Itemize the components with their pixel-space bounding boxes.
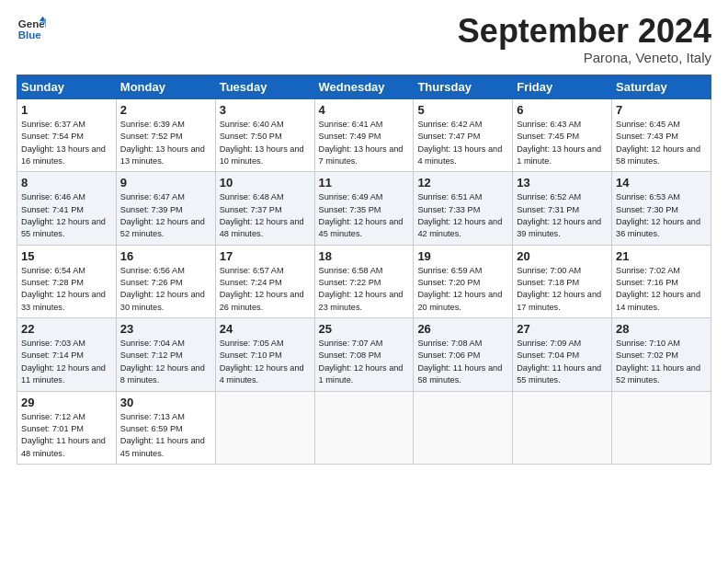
calendar-table: SundayMondayTuesdayWednesdayThursdayFrid…	[17, 75, 711, 465]
calendar-cell: 3Sunrise: 6:40 AM Sunset: 7:50 PM Daylig…	[215, 99, 314, 172]
calendar-cell: 13Sunrise: 6:52 AM Sunset: 7:31 PM Dayli…	[513, 172, 612, 245]
calendar-cell: 30Sunrise: 7:13 AM Sunset: 6:59 PM Dayli…	[116, 391, 215, 464]
day-number: 8	[21, 176, 112, 190]
weekday-header-friday: Friday	[513, 75, 612, 99]
day-number: 19	[417, 249, 508, 263]
day-number: 11	[319, 176, 410, 190]
calendar-cell: 20Sunrise: 7:00 AM Sunset: 7:18 PM Dayli…	[513, 245, 612, 317]
day-info: Sunrise: 6:41 AM Sunset: 7:49 PM Dayligh…	[319, 119, 410, 167]
day-number: 20	[517, 249, 608, 263]
calendar-cell: 28Sunrise: 7:10 AM Sunset: 7:02 PM Dayli…	[612, 318, 711, 391]
calendar-cell: 27Sunrise: 7:09 AM Sunset: 7:04 PM Dayli…	[513, 318, 612, 391]
day-info: Sunrise: 7:07 AM Sunset: 7:08 PM Dayligh…	[319, 338, 410, 386]
weekday-header-saturday: Saturday	[612, 75, 711, 99]
day-number: 16	[120, 249, 211, 263]
day-number: 13	[517, 176, 608, 190]
calendar-cell: 19Sunrise: 6:59 AM Sunset: 7:20 PM Dayli…	[414, 245, 513, 317]
day-info: Sunrise: 7:00 AM Sunset: 7:18 PM Dayligh…	[517, 265, 608, 314]
calendar-cell: 9Sunrise: 6:47 AM Sunset: 7:39 PM Daylig…	[116, 172, 215, 245]
month-title: September 2024	[458, 15, 711, 48]
calendar-cell: 23Sunrise: 7:04 AM Sunset: 7:12 PM Dayli…	[116, 318, 215, 391]
calendar-cell	[414, 391, 513, 464]
logo: General Blue	[17, 15, 46, 44]
calendar-cell: 29Sunrise: 7:12 AM Sunset: 7:01 PM Dayli…	[17, 391, 117, 464]
day-number: 4	[319, 103, 410, 117]
calendar-week-4: 22Sunrise: 7:03 AM Sunset: 7:14 PM Dayli…	[17, 318, 711, 391]
calendar-cell: 2Sunrise: 6:39 AM Sunset: 7:52 PM Daylig…	[116, 99, 215, 172]
calendar-week-2: 8Sunrise: 6:46 AM Sunset: 7:41 PM Daylig…	[17, 172, 711, 245]
calendar-cell	[513, 391, 612, 464]
day-number: 22	[21, 322, 112, 336]
day-info: Sunrise: 6:52 AM Sunset: 7:31 PM Dayligh…	[517, 191, 608, 240]
calendar-week-3: 15Sunrise: 6:54 AM Sunset: 7:28 PM Dayli…	[17, 245, 711, 317]
day-number: 28	[616, 322, 707, 336]
calendar-cell: 1Sunrise: 6:37 AM Sunset: 7:54 PM Daylig…	[17, 99, 117, 172]
calendar-cell: 8Sunrise: 6:46 AM Sunset: 7:41 PM Daylig…	[17, 172, 117, 245]
calendar-cell: 17Sunrise: 6:57 AM Sunset: 7:24 PM Dayli…	[215, 245, 314, 317]
logo-icon: General Blue	[17, 15, 46, 44]
svg-text:Blue: Blue	[18, 29, 42, 40]
day-number: 10	[220, 176, 311, 190]
header: General Blue September 2024 Parona, Vene…	[17, 15, 711, 65]
day-info: Sunrise: 6:54 AM Sunset: 7:28 PM Dayligh…	[21, 265, 112, 314]
day-info: Sunrise: 7:05 AM Sunset: 7:10 PM Dayligh…	[220, 338, 311, 386]
weekday-header-thursday: Thursday	[414, 75, 513, 99]
calendar-cell: 18Sunrise: 6:58 AM Sunset: 7:22 PM Dayli…	[314, 245, 414, 317]
day-info: Sunrise: 7:04 AM Sunset: 7:12 PM Dayligh…	[120, 338, 211, 386]
calendar-body: 1Sunrise: 6:37 AM Sunset: 7:54 PM Daylig…	[17, 99, 711, 465]
day-number: 15	[21, 249, 112, 263]
day-info: Sunrise: 7:10 AM Sunset: 7:02 PM Dayligh…	[616, 338, 707, 386]
day-number: 17	[220, 249, 311, 263]
day-number: 12	[417, 176, 508, 190]
day-info: Sunrise: 7:08 AM Sunset: 7:06 PM Dayligh…	[417, 338, 508, 386]
calendar-cell	[215, 391, 314, 464]
day-number: 18	[319, 249, 410, 263]
day-info: Sunrise: 7:13 AM Sunset: 6:59 PM Dayligh…	[120, 411, 211, 460]
weekday-header-tuesday: Tuesday	[215, 75, 314, 99]
calendar-cell: 25Sunrise: 7:07 AM Sunset: 7:08 PM Dayli…	[314, 318, 414, 391]
day-info: Sunrise: 7:03 AM Sunset: 7:14 PM Dayligh…	[21, 338, 112, 386]
day-number: 30	[120, 396, 211, 409]
calendar-cell: 11Sunrise: 6:49 AM Sunset: 7:35 PM Dayli…	[314, 172, 414, 245]
calendar-cell: 7Sunrise: 6:45 AM Sunset: 7:43 PM Daylig…	[612, 99, 711, 172]
day-info: Sunrise: 6:42 AM Sunset: 7:47 PM Dayligh…	[417, 119, 508, 167]
day-number: 9	[120, 176, 211, 190]
day-number: 5	[417, 103, 508, 117]
weekday-header-sunday: Sunday	[17, 75, 117, 99]
day-info: Sunrise: 6:56 AM Sunset: 7:26 PM Dayligh…	[120, 265, 211, 314]
day-info: Sunrise: 6:48 AM Sunset: 7:37 PM Dayligh…	[220, 191, 311, 240]
day-info: Sunrise: 7:09 AM Sunset: 7:04 PM Dayligh…	[517, 338, 608, 386]
day-number: 14	[616, 176, 707, 190]
day-number: 2	[120, 103, 211, 117]
calendar-cell: 15Sunrise: 6:54 AM Sunset: 7:28 PM Dayli…	[17, 245, 117, 317]
day-number: 26	[417, 322, 508, 336]
calendar-cell: 24Sunrise: 7:05 AM Sunset: 7:10 PM Dayli…	[215, 318, 314, 391]
weekday-header-row: SundayMondayTuesdayWednesdayThursdayFrid…	[17, 75, 711, 99]
day-info: Sunrise: 6:45 AM Sunset: 7:43 PM Dayligh…	[616, 119, 707, 167]
day-info: Sunrise: 6:51 AM Sunset: 7:33 PM Dayligh…	[417, 191, 508, 240]
day-info: Sunrise: 6:49 AM Sunset: 7:35 PM Dayligh…	[319, 191, 410, 240]
calendar-cell: 21Sunrise: 7:02 AM Sunset: 7:16 PM Dayli…	[612, 245, 711, 317]
weekday-header-wednesday: Wednesday	[314, 75, 414, 99]
calendar-cell	[612, 391, 711, 464]
day-info: Sunrise: 6:57 AM Sunset: 7:24 PM Dayligh…	[220, 265, 311, 314]
day-number: 25	[319, 322, 410, 336]
day-info: Sunrise: 6:39 AM Sunset: 7:52 PM Dayligh…	[120, 119, 211, 167]
calendar-cell: 22Sunrise: 7:03 AM Sunset: 7:14 PM Dayli…	[17, 318, 117, 391]
calendar-cell	[314, 391, 414, 464]
day-info: Sunrise: 6:58 AM Sunset: 7:22 PM Dayligh…	[319, 265, 410, 314]
calendar-cell: 16Sunrise: 6:56 AM Sunset: 7:26 PM Dayli…	[116, 245, 215, 317]
calendar-cell: 10Sunrise: 6:48 AM Sunset: 7:37 PM Dayli…	[215, 172, 314, 245]
weekday-header-monday: Monday	[116, 75, 215, 99]
day-number: 21	[616, 249, 707, 263]
location-subtitle: Parona, Veneto, Italy	[458, 50, 711, 65]
calendar-week-5: 29Sunrise: 7:12 AM Sunset: 7:01 PM Dayli…	[17, 391, 711, 464]
calendar-cell: 14Sunrise: 6:53 AM Sunset: 7:30 PM Dayli…	[612, 172, 711, 245]
calendar-page: General Blue September 2024 Parona, Vene…	[0, 0, 728, 563]
calendar-cell: 12Sunrise: 6:51 AM Sunset: 7:33 PM Dayli…	[414, 172, 513, 245]
day-number: 23	[120, 322, 211, 336]
calendar-cell: 4Sunrise: 6:41 AM Sunset: 7:49 PM Daylig…	[314, 99, 414, 172]
day-info: Sunrise: 7:12 AM Sunset: 7:01 PM Dayligh…	[21, 411, 112, 460]
day-info: Sunrise: 6:47 AM Sunset: 7:39 PM Dayligh…	[120, 191, 211, 240]
day-info: Sunrise: 6:40 AM Sunset: 7:50 PM Dayligh…	[220, 119, 311, 167]
